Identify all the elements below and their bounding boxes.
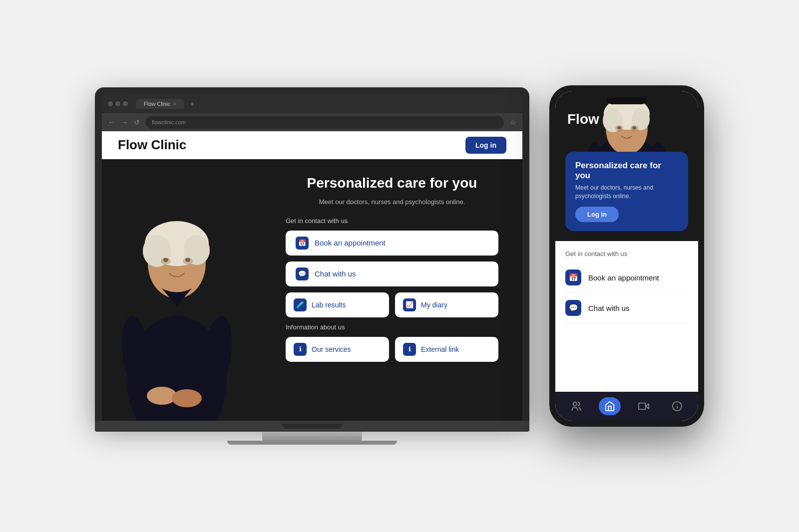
phone-card-title: Personalized care for you — [575, 161, 678, 181]
svg-marker-27 — [645, 404, 648, 408]
hero-title: Personalized care for you — [286, 175, 498, 191]
svg-point-12 — [147, 387, 177, 405]
laptop-stand — [262, 432, 362, 441]
tab-close-icon[interactable]: × — [173, 101, 176, 107]
phone-chat-label: Chat with us — [588, 304, 630, 312]
phone-hero: Flow Clinic — [555, 91, 698, 241]
content-section: Personalized care for you Meet our docto… — [262, 159, 522, 421]
contact-label: Get in contact with us — [286, 217, 498, 225]
chat-icon: 💬 — [296, 267, 309, 280]
diary-icon: 📈 — [403, 298, 416, 311]
forward-button[interactable]: → — [121, 118, 128, 126]
phone-chat-item[interactable]: 💬 Chat with us — [565, 293, 688, 323]
diary-label: My diary — [421, 301, 447, 309]
phone-contact-label: Get in contact with us — [565, 250, 688, 258]
phone-outer: Flow Clinic — [549, 85, 704, 427]
phone-card-subtitle: Meet our doctors, nurses and psychologis… — [575, 184, 678, 201]
phone-screen: Flow Clinic — [555, 91, 698, 421]
nav-info-button[interactable] — [666, 397, 688, 415]
svg-point-8 — [163, 258, 168, 262]
tab-add-icon[interactable]: + — [190, 100, 194, 108]
browser-dot-1 — [108, 101, 113, 106]
nav-home-button[interactable] — [599, 397, 621, 415]
phone-book-item[interactable]: 📅 Book an appointment — [565, 263, 688, 293]
phone-login-button[interactable]: Log in — [575, 207, 619, 222]
svg-point-26 — [573, 402, 576, 406]
address-text: flowclinic.com — [152, 119, 186, 125]
bookmark-icon[interactable]: ☆ — [510, 118, 516, 126]
svg-point-9 — [185, 258, 190, 262]
secondary-buttons-row: 🧪 Lab results 📈 My diary — [286, 292, 498, 317]
phone-calendar-icon: 📅 — [565, 269, 581, 285]
chat-button[interactable]: 💬 Chat with us — [286, 262, 498, 286]
phone-device: Flow Clinic — [549, 85, 704, 427]
services-label: Our services — [312, 345, 351, 353]
site-header: Flow Clinic Log in — [102, 131, 522, 159]
diary-button[interactable]: 📈 My diary — [395, 292, 498, 317]
lab-results-button[interactable]: 🧪 Lab results — [286, 292, 389, 317]
scene: Flow Clinic × + ← → ↺ flowclinic.com ☆ — [50, 26, 749, 506]
book-label: Book an appointment — [315, 239, 386, 247]
browser-addressbar: ← → ↺ flowclinic.com ☆ — [102, 113, 522, 131]
chat-label: Chat with us — [315, 269, 356, 278]
phone-navbar — [555, 392, 698, 421]
refresh-button[interactable]: ↺ — [134, 118, 140, 126]
login-button[interactable]: Log in — [465, 137, 506, 154]
external-icon: ℹ — [403, 343, 416, 356]
lab-icon: 🧪 — [294, 298, 307, 311]
svg-point-13 — [172, 389, 202, 407]
laptop-device: Flow Clinic × + ← → ↺ flowclinic.com ☆ — [95, 87, 529, 445]
phone-book-label: Book an appointment — [588, 273, 659, 282]
nav-people-button[interactable] — [565, 397, 587, 415]
laptop-notch — [282, 424, 342, 429]
address-bar[interactable]: flowclinic.com — [146, 116, 504, 129]
website-content: Flow Clinic Log in — [102, 131, 522, 421]
nav-video-button[interactable] — [633, 397, 655, 415]
hero-section: Personalized care for you Meet our docto… — [102, 159, 522, 421]
phone-content: Get in contact with us 📅 Book an appoint… — [555, 241, 698, 332]
tab-label: Flow Clinic — [144, 101, 170, 107]
laptop-foot — [227, 441, 397, 445]
calendar-icon: 📅 — [296, 237, 309, 250]
svg-point-23 — [632, 126, 636, 129]
svg-point-22 — [617, 126, 621, 129]
doctor-illustration — [102, 159, 262, 421]
lab-label: Lab results — [312, 301, 346, 309]
browser-tab[interactable]: Flow Clinic × — [136, 99, 184, 109]
external-link-button[interactable]: ℹ External link — [395, 337, 498, 362]
book-appointment-button[interactable]: 📅 Book an appointment — [286, 231, 498, 256]
external-label: External link — [421, 345, 459, 353]
browser-dot-2 — [115, 101, 120, 106]
info-label: Information about us — [286, 323, 498, 331]
phone-chat-icon: 💬 — [565, 300, 581, 316]
hero-subtitle: Meet our doctors, nurses and psychologis… — [286, 197, 498, 207]
laptop-base — [95, 421, 529, 432]
svg-rect-28 — [639, 403, 646, 410]
back-button[interactable]: ← — [108, 118, 115, 126]
phone-hero-card: Personalized care for you Meet our docto… — [565, 152, 688, 231]
site-logo: Flow Clinic — [118, 137, 186, 153]
browser-chrome: Flow Clinic × + — [102, 94, 522, 113]
info-buttons-row: ℹ Our services ℹ External link — [286, 337, 498, 362]
services-icon: ℹ — [294, 343, 307, 356]
browser-dot-3 — [123, 101, 128, 106]
services-button[interactable]: ℹ Our services — [286, 337, 389, 362]
